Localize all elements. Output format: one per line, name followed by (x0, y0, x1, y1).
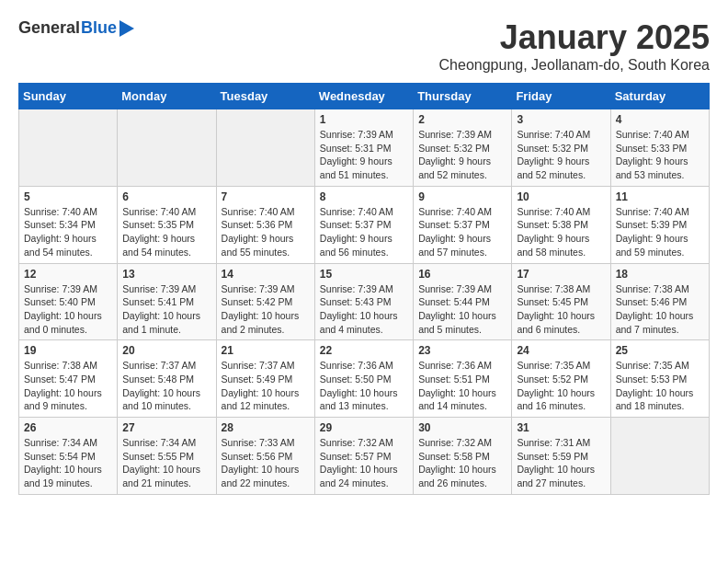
day-info: Sunrise: 7:38 AM Sunset: 5:46 PM Dayligh… (616, 282, 704, 337)
calendar-body: 1Sunrise: 7:39 AM Sunset: 5:31 PM Daylig… (19, 109, 710, 495)
day-number: 22 (320, 344, 408, 357)
calendar-week-5: 26Sunrise: 7:34 AM Sunset: 5:54 PM Dayli… (19, 418, 710, 495)
logo-general-text: General (18, 18, 80, 38)
calendar-cell: 18Sunrise: 7:38 AM Sunset: 5:46 PM Dayli… (610, 263, 709, 340)
day-number: 27 (122, 421, 210, 434)
day-number: 23 (418, 344, 506, 357)
day-info: Sunrise: 7:39 AM Sunset: 5:42 PM Dayligh… (222, 282, 310, 337)
day-number: 2 (418, 113, 506, 126)
calendar-cell: 6Sunrise: 7:40 AM Sunset: 5:35 PM Daylig… (118, 186, 216, 263)
day-number: 26 (24, 421, 112, 434)
calendar-cell (216, 109, 314, 187)
page-title: January 2025 (439, 18, 710, 57)
calendar-cell: 13Sunrise: 7:39 AM Sunset: 5:41 PM Dayli… (118, 263, 216, 340)
calendar-cell: 25Sunrise: 7:35 AM Sunset: 5:53 PM Dayli… (610, 340, 709, 418)
calendar-cell (610, 418, 709, 495)
day-number: 30 (418, 421, 506, 434)
calendar-cell: 8Sunrise: 7:40 AM Sunset: 5:37 PM Daylig… (314, 186, 413, 263)
day-number: 15 (320, 268, 408, 281)
day-number: 29 (320, 421, 408, 434)
calendar-cell: 2Sunrise: 7:39 AM Sunset: 5:32 PM Daylig… (414, 109, 512, 187)
day-number: 18 (616, 268, 704, 281)
day-number: 24 (517, 344, 605, 357)
day-header-friday: Friday (512, 84, 610, 109)
day-info: Sunrise: 7:40 AM Sunset: 5:39 PM Dayligh… (616, 205, 704, 259)
day-info: Sunrise: 7:40 AM Sunset: 5:34 PM Dayligh… (24, 205, 112, 259)
day-info: Sunrise: 7:40 AM Sunset: 5:35 PM Dayligh… (122, 205, 210, 259)
calendar-cell: 10Sunrise: 7:40 AM Sunset: 5:38 PM Dayli… (512, 186, 610, 263)
day-info: Sunrise: 7:36 AM Sunset: 5:50 PM Dayligh… (320, 359, 408, 413)
calendar-cell: 5Sunrise: 7:40 AM Sunset: 5:34 PM Daylig… (19, 186, 118, 263)
title-block: January 2025 Cheongpung, Jeollanam-do, S… (439, 18, 710, 74)
day-info: Sunrise: 7:40 AM Sunset: 5:36 PM Dayligh… (222, 205, 310, 259)
day-info: Sunrise: 7:34 AM Sunset: 5:55 PM Dayligh… (122, 436, 210, 490)
day-number: 25 (616, 344, 704, 357)
calendar-cell: 16Sunrise: 7:39 AM Sunset: 5:44 PM Dayli… (414, 263, 512, 340)
calendar-cell: 17Sunrise: 7:38 AM Sunset: 5:45 PM Dayli… (512, 263, 610, 340)
calendar-cell: 21Sunrise: 7:37 AM Sunset: 5:49 PM Dayli… (216, 340, 314, 418)
day-info: Sunrise: 7:39 AM Sunset: 5:43 PM Dayligh… (320, 282, 408, 337)
day-number: 10 (517, 190, 605, 203)
day-info: Sunrise: 7:35 AM Sunset: 5:53 PM Dayligh… (616, 359, 704, 413)
day-number: 6 (122, 190, 210, 203)
calendar-cell: 7Sunrise: 7:40 AM Sunset: 5:36 PM Daylig… (216, 186, 314, 263)
calendar-cell: 9Sunrise: 7:40 AM Sunset: 5:37 PM Daylig… (414, 186, 512, 263)
day-number: 17 (517, 268, 605, 281)
calendar-cell: 30Sunrise: 7:32 AM Sunset: 5:58 PM Dayli… (414, 418, 512, 495)
svg-marker-0 (119, 20, 134, 37)
calendar-cell: 20Sunrise: 7:37 AM Sunset: 5:48 PM Dayli… (118, 340, 216, 418)
calendar-cell: 15Sunrise: 7:39 AM Sunset: 5:43 PM Dayli… (314, 263, 413, 340)
day-header-wednesday: Wednesday (314, 84, 413, 109)
day-header-tuesday: Tuesday (216, 84, 314, 109)
day-header-saturday: Saturday (610, 84, 709, 109)
calendar-table: SundayMondayTuesdayWednesdayThursdayFrid… (18, 83, 710, 495)
day-info: Sunrise: 7:32 AM Sunset: 5:57 PM Dayligh… (320, 436, 408, 490)
calendar-cell: 4Sunrise: 7:40 AM Sunset: 5:33 PM Daylig… (610, 109, 709, 187)
logo: General Blue (18, 18, 134, 38)
day-info: Sunrise: 7:40 AM Sunset: 5:37 PM Dayligh… (320, 205, 408, 259)
calendar-cell: 22Sunrise: 7:36 AM Sunset: 5:50 PM Dayli… (314, 340, 413, 418)
calendar-cell (118, 109, 216, 187)
day-number: 3 (517, 113, 605, 126)
day-info: Sunrise: 7:32 AM Sunset: 5:58 PM Dayligh… (418, 436, 506, 490)
day-info: Sunrise: 7:39 AM Sunset: 5:41 PM Dayligh… (122, 282, 210, 337)
calendar-cell: 27Sunrise: 7:34 AM Sunset: 5:55 PM Dayli… (118, 418, 216, 495)
day-number: 5 (24, 190, 112, 203)
calendar-cell (19, 109, 118, 187)
day-info: Sunrise: 7:34 AM Sunset: 5:54 PM Dayligh… (24, 436, 112, 490)
calendar-cell: 3Sunrise: 7:40 AM Sunset: 5:32 PM Daylig… (512, 109, 610, 187)
calendar-cell: 29Sunrise: 7:32 AM Sunset: 5:57 PM Dayli… (314, 418, 413, 495)
day-number: 8 (320, 190, 408, 203)
day-info: Sunrise: 7:31 AM Sunset: 5:59 PM Dayligh… (517, 436, 605, 490)
day-number: 7 (222, 190, 310, 203)
day-info: Sunrise: 7:37 AM Sunset: 5:48 PM Dayligh… (122, 359, 210, 413)
calendar-cell: 1Sunrise: 7:39 AM Sunset: 5:31 PM Daylig… (314, 109, 413, 187)
calendar-cell: 26Sunrise: 7:34 AM Sunset: 5:54 PM Dayli… (19, 418, 118, 495)
day-number: 9 (418, 190, 506, 203)
calendar-week-2: 5Sunrise: 7:40 AM Sunset: 5:34 PM Daylig… (19, 186, 710, 263)
calendar-cell: 24Sunrise: 7:35 AM Sunset: 5:52 PM Dayli… (512, 340, 610, 418)
day-number: 11 (616, 190, 704, 203)
day-info: Sunrise: 7:37 AM Sunset: 5:49 PM Dayligh… (222, 359, 310, 413)
calendar-cell: 31Sunrise: 7:31 AM Sunset: 5:59 PM Dayli… (512, 418, 610, 495)
day-header-monday: Monday (118, 84, 216, 109)
day-number: 21 (222, 344, 310, 357)
day-info: Sunrise: 7:36 AM Sunset: 5:51 PM Dayligh… (418, 359, 506, 413)
calendar-header-row: SundayMondayTuesdayWednesdayThursdayFrid… (19, 84, 710, 109)
day-info: Sunrise: 7:40 AM Sunset: 5:32 PM Dayligh… (517, 128, 605, 182)
day-info: Sunrise: 7:39 AM Sunset: 5:40 PM Dayligh… (24, 282, 112, 337)
calendar-week-1: 1Sunrise: 7:39 AM Sunset: 5:31 PM Daylig… (19, 109, 710, 187)
calendar-week-4: 19Sunrise: 7:38 AM Sunset: 5:47 PM Dayli… (19, 340, 710, 418)
day-header-thursday: Thursday (414, 84, 512, 109)
day-number: 14 (222, 268, 310, 281)
day-info: Sunrise: 7:40 AM Sunset: 5:38 PM Dayligh… (517, 205, 605, 259)
day-number: 28 (222, 421, 310, 434)
calendar-cell: 12Sunrise: 7:39 AM Sunset: 5:40 PM Dayli… (19, 263, 118, 340)
calendar-cell: 23Sunrise: 7:36 AM Sunset: 5:51 PM Dayli… (414, 340, 512, 418)
logo-arrow-icon (119, 20, 134, 37)
day-info: Sunrise: 7:39 AM Sunset: 5:31 PM Dayligh… (320, 128, 408, 182)
day-info: Sunrise: 7:40 AM Sunset: 5:33 PM Dayligh… (616, 128, 704, 182)
calendar-week-3: 12Sunrise: 7:39 AM Sunset: 5:40 PM Dayli… (19, 263, 710, 340)
day-info: Sunrise: 7:40 AM Sunset: 5:37 PM Dayligh… (418, 205, 506, 259)
day-number: 20 (122, 344, 210, 357)
